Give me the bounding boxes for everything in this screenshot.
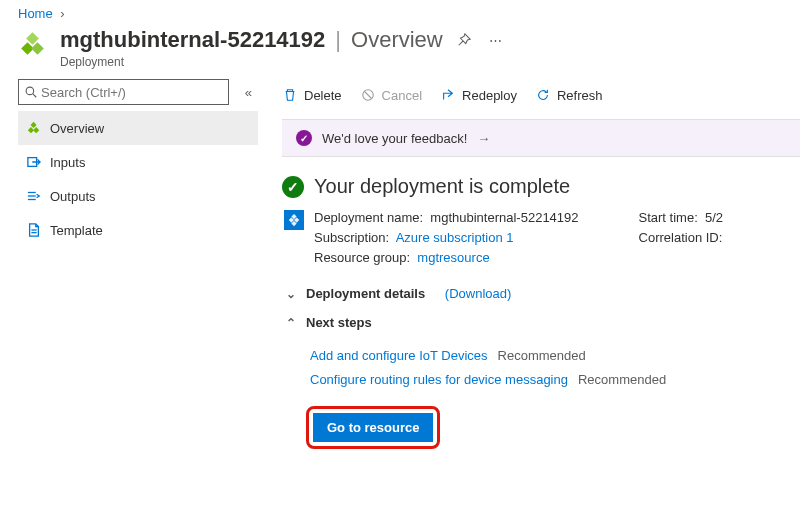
sidebar: « Overview Inputs Outputs Template	[0, 79, 258, 449]
refresh-button[interactable]: Refresh	[535, 88, 603, 103]
nav-label: Overview	[50, 121, 104, 136]
start-time-value: 5/2	[705, 210, 723, 225]
feedback-icon: ✓	[296, 130, 312, 146]
redeploy-label: Redeploy	[462, 88, 517, 103]
svg-rect-7	[30, 122, 36, 128]
download-link[interactable]: (Download)	[445, 286, 511, 301]
status-title: Your deployment is complete	[314, 175, 570, 198]
go-to-resource-button[interactable]: Go to resource	[313, 413, 433, 442]
correlation-id-label: Correlation ID:	[639, 230, 723, 245]
deployment-resource-icon	[18, 27, 50, 59]
nav-inputs[interactable]: Inputs	[18, 145, 258, 179]
template-icon	[26, 223, 42, 237]
start-time-label: Start time:	[639, 210, 698, 225]
next-step-routing[interactable]: Configure routing rules for device messa…	[310, 372, 568, 387]
details-left: Deployment name: mgthubinternal-52214192…	[314, 208, 579, 268]
overview-icon	[26, 121, 42, 135]
sidebar-search-input[interactable]	[41, 85, 222, 100]
next-steps-label: Next steps	[306, 315, 372, 330]
chevron-up-icon: ⌃	[284, 316, 298, 330]
cancel-button: Cancel	[360, 88, 422, 103]
redeploy-button[interactable]: Redeploy	[440, 88, 517, 103]
svg-rect-6	[33, 127, 39, 133]
delete-button[interactable]: Delete	[282, 88, 342, 103]
details-right: Start time: 5/2 Correlation ID:	[639, 208, 724, 268]
resource-type-label: Deployment	[60, 55, 506, 69]
resource-group-label: Resource group:	[314, 250, 410, 265]
delete-label: Delete	[304, 88, 342, 103]
resource-group-link[interactable]: mgtresource	[417, 250, 489, 265]
delete-icon	[282, 88, 298, 102]
refresh-icon	[535, 88, 551, 102]
nav-template[interactable]: Template	[18, 213, 258, 247]
subscription-label: Subscription:	[314, 230, 389, 245]
search-icon	[25, 86, 37, 98]
go-to-resource-highlight: Go to resource	[306, 406, 440, 449]
main-content: Delete Cancel Redeploy Refresh	[258, 79, 800, 449]
next-steps-list: Add and configure IoT DevicesRecommended…	[310, 344, 800, 392]
redeploy-icon	[440, 88, 456, 102]
svg-point-3	[26, 87, 34, 95]
next-step-iot-devices[interactable]: Add and configure IoT Devices	[310, 348, 488, 363]
svg-line-4	[33, 94, 36, 97]
chevron-right-icon: ›	[60, 6, 64, 21]
breadcrumb-home[interactable]: Home	[18, 6, 53, 21]
nav-label: Template	[50, 223, 103, 238]
page-section: Overview	[351, 27, 443, 53]
nav-label: Outputs	[50, 189, 96, 204]
cancel-label: Cancel	[382, 88, 422, 103]
page-header: mgthubinternal-52214192 | Overview ⋯ Dep…	[0, 23, 800, 79]
success-icon: ✓	[282, 176, 304, 198]
title-separator: |	[335, 27, 341, 53]
nav-label: Inputs	[50, 155, 85, 170]
deployment-details-toggle[interactable]: ⌄ Deployment details (Download)	[284, 286, 800, 301]
inputs-icon	[26, 155, 42, 169]
feedback-text: We'd love your feedback!	[322, 131, 467, 146]
deployment-icon	[284, 210, 304, 230]
cancel-icon	[360, 88, 376, 102]
deployment-name-label: Deployment name:	[314, 210, 423, 225]
more-icon[interactable]: ⋯	[485, 31, 506, 50]
status-row: ✓ Your deployment is complete	[282, 175, 800, 198]
deployment-details-block: Deployment name: mgthubinternal-52214192…	[284, 208, 800, 268]
resource-name: mgthubinternal-52214192	[60, 27, 325, 53]
deployment-details-label: Deployment details	[306, 286, 425, 301]
sidebar-search[interactable]	[18, 79, 229, 105]
subscription-link[interactable]: Azure subscription 1	[396, 230, 514, 245]
next-steps-toggle[interactable]: ⌃ Next steps	[284, 315, 800, 330]
deployment-name-value: mgthubinternal-52214192	[430, 210, 578, 225]
chevron-down-icon: ⌄	[284, 287, 298, 301]
feedback-banner[interactable]: ✓ We'd love your feedback! →	[282, 119, 800, 157]
breadcrumb: Home ›	[0, 0, 800, 23]
outputs-icon	[26, 189, 42, 203]
nav-overview[interactable]: Overview	[18, 111, 258, 145]
svg-line-15	[364, 92, 371, 99]
toolbar: Delete Cancel Redeploy Refresh	[282, 79, 800, 111]
collapse-sidebar-icon[interactable]: «	[239, 83, 258, 102]
nav-outputs[interactable]: Outputs	[18, 179, 258, 213]
recommended-badge: Recommended	[578, 372, 666, 387]
refresh-label: Refresh	[557, 88, 603, 103]
arrow-right-icon: →	[477, 131, 490, 146]
recommended-badge: Recommended	[498, 348, 586, 363]
pin-icon[interactable]	[453, 31, 475, 49]
